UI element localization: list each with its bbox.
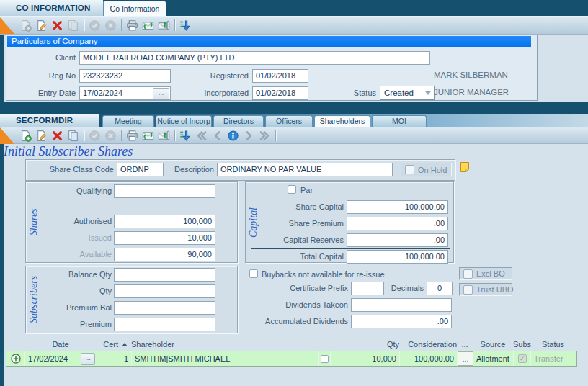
application-window: CO INFORMATION Co Information Particular…	[0, 0, 588, 386]
status-value: Created	[384, 89, 414, 97]
registered-label: Registered	[184, 71, 249, 80]
trust-ubo-option[interactable]: Trust UBO	[459, 283, 512, 296]
share-class-code-input[interactable]: ORDNP	[117, 163, 164, 176]
print-icon[interactable]	[125, 18, 140, 32]
share-premium-input[interactable]: .00	[347, 217, 448, 230]
client-input[interactable]: MODEL RAILROAD COMPANY (PTY) LTD	[79, 51, 430, 65]
dividends-takeon-input[interactable]	[351, 298, 452, 312]
trust-ubo-checkbox[interactable]	[463, 285, 473, 295]
reg-no-input[interactable]: 232323232	[79, 69, 171, 83]
share-capital-input[interactable]: 100,000.00	[347, 200, 448, 214]
sort-icon[interactable]	[178, 18, 193, 32]
row-shareholder-cell[interactable]: SMITHM|SMITH MICHAEL	[132, 351, 319, 366]
nav-first-icon[interactable]	[194, 128, 209, 143]
capital-reserves-input[interactable]: .00	[347, 233, 448, 247]
status-select[interactable]: Created	[380, 86, 435, 100]
available-input[interactable]: 90,000	[114, 248, 215, 261]
form-window-titlebar: SECFORMDIR	[0, 114, 99, 127]
row-qty-cell[interactable]: 10,000	[331, 351, 400, 366]
new-icon[interactable]	[18, 128, 33, 143]
premium-input[interactable]	[114, 318, 215, 331]
tab-officers[interactable]: Officers	[265, 115, 313, 127]
excl-bo-checkbox[interactable]	[463, 269, 473, 279]
tab-moi[interactable]: MOI	[372, 115, 427, 127]
mail-sync-icon[interactable]	[141, 128, 156, 143]
row-select-cell[interactable]	[319, 351, 331, 366]
row-expand-cell[interactable]	[6, 351, 25, 366]
row-source-cell[interactable]: Allotment	[473, 351, 514, 366]
page-corner-decoration	[0, 127, 14, 144]
certificate-prefix-input[interactable]	[351, 282, 384, 295]
description-input[interactable]: ORDINARY NO PAR VALUE	[217, 163, 393, 176]
column-header-cert[interactable]: Cert	[85, 340, 118, 349]
qty-label: Qty	[40, 287, 112, 295]
tab-directors[interactable]: Directors	[213, 115, 264, 127]
on-hold-label: On Hold	[418, 166, 447, 174]
total-capital-label: Total Capital	[272, 252, 344, 261]
delete-icon[interactable]	[50, 18, 65, 32]
column-header-consideration[interactable]: Consideration	[399, 340, 457, 349]
row-date-cell[interactable]: 17/02/2024 ...	[25, 351, 97, 366]
mail-send-icon[interactable]	[156, 18, 172, 32]
edit-icon[interactable]	[34, 128, 49, 143]
nav-next-icon[interactable]	[241, 128, 257, 143]
row-more-button[interactable]: ...	[458, 351, 473, 366]
accept-icon	[87, 18, 102, 32]
nav-prev-icon[interactable]	[210, 128, 225, 143]
issued-input[interactable]: 10,000	[114, 231, 215, 245]
nav-last-icon[interactable]	[257, 128, 272, 143]
edit-icon[interactable]	[34, 18, 49, 32]
premium-bal-input[interactable]	[114, 301, 215, 315]
row-select-checkbox[interactable]	[321, 355, 329, 363]
sort-ascending-icon	[122, 343, 128, 346]
row-cert-cell[interactable]: 1	[97, 351, 132, 366]
cancel-icon	[103, 128, 118, 143]
par-checkbox[interactable]	[288, 185, 296, 194]
total-capital-input[interactable]: 100,000.00	[347, 250, 448, 264]
buybacks-checkbox[interactable]	[249, 269, 258, 278]
print-icon[interactable]	[125, 128, 140, 143]
table-row[interactable]: 17/02/2024 ... 1 SMITHM|SMITH MICHAEL 10…	[6, 351, 577, 367]
info-icon[interactable]	[226, 128, 241, 143]
entry-date-browse-button[interactable]: ...	[153, 88, 169, 100]
column-header-status[interactable]: Status	[530, 340, 576, 349]
incorporated-label: Incorporated	[180, 89, 249, 97]
excl-bo-option[interactable]: Excl BO	[459, 267, 512, 280]
entry-date-input[interactable]: 17/02/2024 ...	[79, 86, 171, 100]
copy-icon[interactable]	[66, 128, 81, 143]
balance-qty-input[interactable]	[114, 268, 215, 282]
registered-input[interactable]: 01/02/2018	[252, 69, 308, 83]
decimals-input[interactable]: 0	[427, 282, 453, 295]
entry-date-label: Entry Date	[18, 89, 76, 97]
on-hold-checkbox[interactable]	[405, 165, 414, 174]
toolbar-separator	[275, 130, 276, 141]
qualifying-input[interactable]	[114, 184, 215, 198]
buybacks-label: Buybacks not available for re-issue	[262, 270, 420, 279]
total-separator-line	[251, 248, 450, 249]
delete-icon[interactable]	[50, 128, 65, 143]
column-header-source[interactable]: Source	[473, 340, 513, 349]
row-date-browse-button[interactable]: ...	[81, 353, 95, 365]
authorised-input[interactable]: 100,000	[114, 215, 215, 228]
row-date-value: 17/02/2024	[28, 354, 68, 363]
column-header-more[interactable]: ...	[457, 340, 473, 349]
qty-input[interactable]	[114, 284, 215, 298]
row-consideration-cell[interactable]: 100,000.00	[400, 351, 458, 366]
tab-meeting[interactable]: Meeting	[102, 115, 154, 127]
mail-sync-icon[interactable]	[141, 18, 156, 32]
row-status-cell: Transfer	[531, 351, 576, 366]
on-hold-option[interactable]: On Hold	[401, 163, 452, 176]
column-header-qty[interactable]: Qty	[330, 340, 399, 349]
tab-notice-of-incorp[interactable]: Notice of Incorp	[156, 115, 212, 127]
tab-shareholders[interactable]: Shareholders	[314, 115, 370, 127]
column-header-shareholder[interactable]: Shareholder	[131, 340, 239, 349]
par-label: Par	[300, 186, 329, 194]
accumulated-dividends-input[interactable]: .00	[351, 315, 452, 328]
column-header-subs[interactable]: Subs	[513, 340, 530, 349]
mail-send-icon[interactable]	[156, 128, 172, 143]
incorporated-input[interactable]: 01/02/2018	[252, 86, 308, 100]
tab-co-information[interactable]: Co Information	[103, 1, 166, 16]
capital-reserves-label: Capital Reserves	[272, 235, 344, 244]
note-icon[interactable]	[459, 161, 471, 176]
sort-icon[interactable]	[178, 128, 193, 143]
